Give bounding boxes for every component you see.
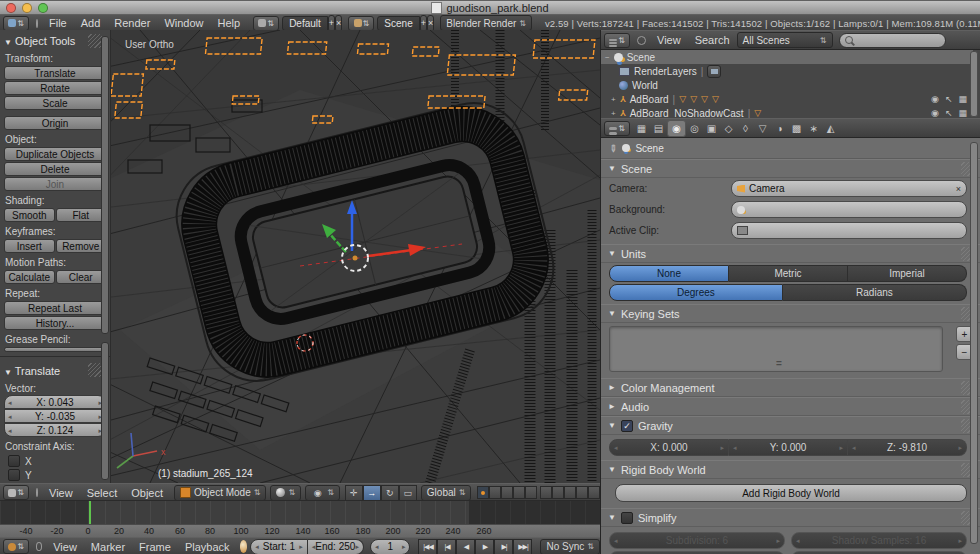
tab-scene[interactable]: ◉ [667,120,686,137]
selectable-toggle-icon[interactable]: ↖ [945,108,953,118]
editor-type-button[interactable]: ⇅ [3,16,29,31]
menu-view[interactable]: View [46,541,84,553]
calculate-paths-button[interactable]: Calculate [4,270,55,284]
gravity-panel-header[interactable]: ▼✓Gravity [601,416,980,435]
add-layout-button[interactable]: + [328,15,335,32]
simplify-shadow-samples-field[interactable]: ◂Shadow Samples: 16▸ [791,532,967,549]
menu-add[interactable]: Add [74,17,108,29]
menu-view[interactable]: View [42,487,80,499]
delete-layout-button[interactable]: × [335,15,342,32]
collapse-menus-icon[interactable] [36,19,38,28]
menu-search[interactable]: Search [688,34,737,46]
outliner-item-world[interactable]: World [601,78,980,92]
collapse-icon[interactable]: − [605,53,610,62]
collapse-menus-icon[interactable] [637,36,646,45]
tab-data[interactable]: ▽ [754,121,771,136]
menu-marker[interactable]: Marker [84,541,132,553]
units-panel-header[interactable]: ▼Units [601,244,980,263]
origin-button[interactable]: Origin [4,116,106,130]
pin-icon[interactable]: ✎ [606,141,620,155]
collapse-menus-icon[interactable] [36,542,42,551]
menu-playback[interactable]: Playback [178,541,237,553]
play-button[interactable]: ▶ [475,539,494,554]
audio-panel-header[interactable]: ►Audio [601,397,980,416]
tab-texture[interactable]: ▩ [788,121,805,136]
rotate-button[interactable]: Rotate [4,81,106,95]
background-scene-field[interactable] [731,201,967,218]
outliner-item-renderlayers[interactable]: RenderLayers | [601,64,980,78]
translate-button[interactable]: Translate [4,66,106,80]
rigid-body-panel-header[interactable]: ▼Rigid Body World [601,460,980,479]
screen-layout-name-field[interactable]: Default [282,16,328,31]
timeline-track[interactable] [0,500,600,525]
mode-select[interactable]: Object Mode⇅ [174,485,266,501]
manipulator-scale-toggle[interactable]: ▭ [399,485,417,501]
outliner-item-adboard[interactable]: + Y AdBoard | ▽ ▽ ▽ ▽ [601,92,980,106]
manipulator-translate-toggle[interactable]: → [363,485,381,501]
jump-to-start-button[interactable]: |◀◀ [418,539,437,554]
tab-constraints[interactable]: ◇ [720,121,737,136]
gravity-checkbox[interactable]: ✓ [621,420,633,432]
viewport-shading-select[interactable]: ⇅ [270,485,301,501]
expand-icon[interactable]: + [611,95,616,104]
operator-panel-scrollbar[interactable] [101,342,109,480]
gravity-z-field[interactable]: ◂Z: -9.810▸ [848,439,967,456]
camera-field[interactable]: Camera× [731,180,967,197]
end-frame-field[interactable]: ◂End: 250▸ [308,539,364,554]
renderlayer-data-icon[interactable] [707,65,721,78]
scene-panel-header[interactable]: ▼Scene [601,159,980,178]
add-scene-button[interactable]: + [420,15,427,32]
simplify-checkbox[interactable] [621,512,633,524]
clear-camera-icon[interactable]: × [956,184,961,194]
selectable-toggle-icon[interactable]: ↖ [945,94,953,104]
resize-handle-icon[interactable]: = [776,358,782,369]
play-reverse-button[interactable]: ◀ [456,539,475,554]
scene-browse-button[interactable]: ⇅ [348,16,374,31]
editor-type-button[interactable]: ⇅ [604,33,630,48]
tab-particles[interactable]: ∗ [805,121,822,136]
color-management-panel-header[interactable]: ►Color Management [601,378,980,397]
clear-paths-button[interactable]: Clear [56,270,107,284]
expand-icon[interactable]: + [611,109,616,118]
menu-select[interactable]: Select [80,487,125,499]
active-clip-field[interactable] [731,222,967,239]
search-input[interactable] [839,33,946,48]
menu-file[interactable]: File [42,17,74,29]
keying-sets-panel-header[interactable]: ▼Keying Sets [601,304,980,323]
flat-button[interactable]: Flat [56,208,107,222]
units-none-button[interactable]: None [609,265,729,282]
gravity-x-field[interactable]: ◂X: 0.000▸ [609,439,729,456]
menu-window[interactable]: Window [157,17,210,29]
join-button[interactable]: Join [4,177,106,191]
editor-type-button[interactable]: ⇅ [3,485,29,500]
vector-y-field[interactable]: ◂Y: -0.035▸ [4,409,106,423]
collapse-menus-icon[interactable] [36,488,38,497]
keying-sets-list[interactable]: = [609,326,943,372]
smooth-button[interactable]: Smooth [4,208,55,222]
outliner-scrollbar[interactable] [970,51,978,117]
outliner-item-scene[interactable]: − Scene [601,50,973,64]
current-frame-field[interactable]: ◂1▸ [370,539,411,554]
timeline-ruler[interactable]: -40 -20 0 20 40 60 80 100 120 140 160 18… [0,524,600,538]
vector-x-field[interactable]: ◂X: 0.043▸ [4,395,106,409]
units-metric-button[interactable]: Metric [729,265,848,282]
simplify-panel-header[interactable]: ▼Simplify [601,508,980,527]
units-degrees-button[interactable]: Degrees [609,284,783,301]
scale-button[interactable]: Scale [4,96,106,110]
insert-keyframe-button[interactable]: Insert [4,239,55,253]
tab-render-layers[interactable]: ▤ [650,121,667,136]
hide-toggle-icon[interactable]: ◉ [931,94,939,104]
properties-scrollbar[interactable] [970,142,978,544]
transform-orientation-select[interactable]: Global⇅ [421,485,472,501]
previous-keyframe-button[interactable]: |◀ [437,539,456,554]
layer-1[interactable] [477,486,489,499]
tab-physics[interactable]: ◭ [822,121,839,136]
history-button[interactable]: History... [4,316,106,330]
tab-render[interactable]: ▦ [633,121,650,136]
menu-object[interactable]: Object [124,487,170,499]
tab-world[interactable]: ◎ [686,121,703,136]
menu-view[interactable]: View [650,34,688,46]
simplify-subdivision-field[interactable]: ◂Subdivision: 6▸ [609,532,785,549]
remove-keyframe-button[interactable]: Remove [56,239,107,253]
screen-layout-browse-button[interactable]: ⇅ [253,16,279,31]
